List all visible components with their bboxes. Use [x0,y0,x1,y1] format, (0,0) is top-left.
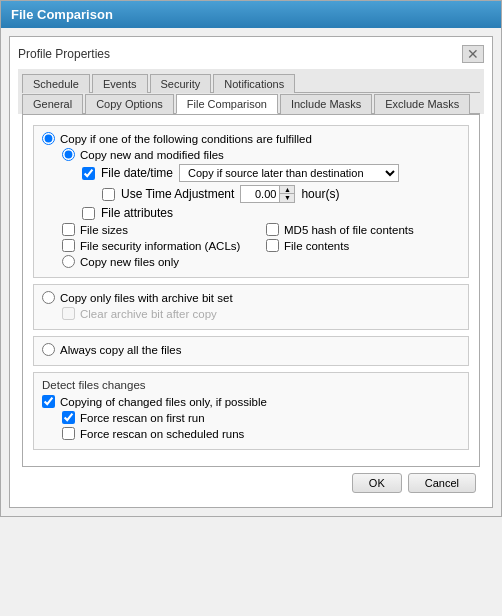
copy-changed-only-checkbox[interactable] [42,395,55,408]
dialog: Profile Properties ✕ Schedule Events Sec… [9,36,493,508]
file-security-row[interactable]: File security information (ACLs) [62,239,256,252]
title-bar: File Comparison [1,1,501,28]
section-detect-changes: Detect files changes Copying of changed … [33,372,469,450]
spinner-input[interactable] [241,187,279,201]
file-datetime-checkbox[interactable] [82,167,95,180]
ok-button[interactable]: OK [352,473,402,493]
radio-archive-input[interactable] [42,291,55,304]
section-archive: Copy only files with archive bit set Cle… [33,284,469,330]
file-datetime-row: File date/time Copy if source later than… [82,164,460,182]
main-window: File Comparison Profile Properties ✕ Sch… [0,0,502,517]
section-copy-conditions: Copy if one of the following conditions … [33,125,469,278]
spinner-down[interactable]: ▼ [280,194,294,202]
spinner-wrap: ▲ ▼ [240,185,295,203]
clear-archive-row[interactable]: Clear archive bit after copy [62,307,460,320]
radio-new-modified[interactable]: Copy new and modified files [62,148,460,161]
radio-conditions-input[interactable] [42,132,55,145]
tab-events[interactable]: Events [92,74,148,93]
cancel-button[interactable]: Cancel [408,473,476,493]
file-sizes-checkbox[interactable] [62,223,75,236]
tab-general[interactable]: General [22,94,83,114]
copy-changed-only-row[interactable]: Copying of changed files only, if possib… [42,395,460,408]
radio-always-copy[interactable]: Always copy all the files [42,343,460,356]
file-contents-row[interactable]: File contents [266,239,460,252]
radio-always-copy-input[interactable] [42,343,55,356]
md5-checkbox[interactable] [266,223,279,236]
time-adjustment-row: Use Time Adjustment ▲ ▼ hour(s) [102,185,460,203]
tab-schedule[interactable]: Schedule [22,74,90,93]
tab-row-2: General Copy Options File Comparison Inc… [22,93,480,114]
detect-changes-label: Detect files changes [42,379,460,391]
window-title: File Comparison [11,7,113,22]
footer: OK Cancel [18,467,484,499]
dialog-header: Profile Properties ✕ [18,45,484,63]
file-contents-checkbox[interactable] [266,239,279,252]
tab-security[interactable]: Security [150,74,212,93]
datetime-dropdown[interactable]: Copy if source later than destination Co… [179,164,399,182]
time-adjustment-checkbox[interactable] [102,188,115,201]
force-rescan-first-row[interactable]: Force rescan on first run [62,411,460,424]
tab-row-1: Schedule Events Security Notifications [22,73,480,93]
tab-exclude-masks[interactable]: Exclude Masks [374,94,470,114]
tab-copy-options[interactable]: Copy Options [85,94,174,114]
radio-new-only-input[interactable] [62,255,75,268]
spinner-up[interactable]: ▲ [280,186,294,194]
tab-include-masks[interactable]: Include Masks [280,94,372,114]
file-sizes-row[interactable]: File sizes [62,223,256,236]
tab-file-comparison[interactable]: File Comparison [176,94,278,114]
md5-row[interactable]: MD5 hash of file contents [266,223,460,236]
tabs-container: Schedule Events Security Notifications G… [18,69,484,114]
content-area: Copy if one of the following conditions … [22,114,480,467]
radio-new-only[interactable]: Copy new files only [62,255,460,268]
file-attributes-checkbox[interactable] [82,207,95,220]
radio-new-modified-input[interactable] [62,148,75,161]
radio-archive[interactable]: Copy only files with archive bit set [42,291,460,304]
close-button[interactable]: ✕ [462,45,484,63]
spinner-buttons: ▲ ▼ [279,186,294,202]
file-security-checkbox[interactable] [62,239,75,252]
tab-notifications[interactable]: Notifications [213,74,295,93]
file-attributes-row: File attributes [82,206,460,220]
section-always-copy: Always copy all the files [33,336,469,366]
radio-conditions[interactable]: Copy if one of the following conditions … [42,132,460,145]
force-rescan-scheduled-checkbox[interactable] [62,427,75,440]
force-rescan-first-checkbox[interactable] [62,411,75,424]
force-rescan-scheduled-row[interactable]: Force rescan on scheduled runs [62,427,460,440]
clear-archive-checkbox[interactable] [62,307,75,320]
two-col-row2: File security information (ACLs) File co… [62,239,460,255]
two-col-row1: File sizes MD5 hash of file contents [62,223,460,239]
dialog-title: Profile Properties [18,47,110,61]
